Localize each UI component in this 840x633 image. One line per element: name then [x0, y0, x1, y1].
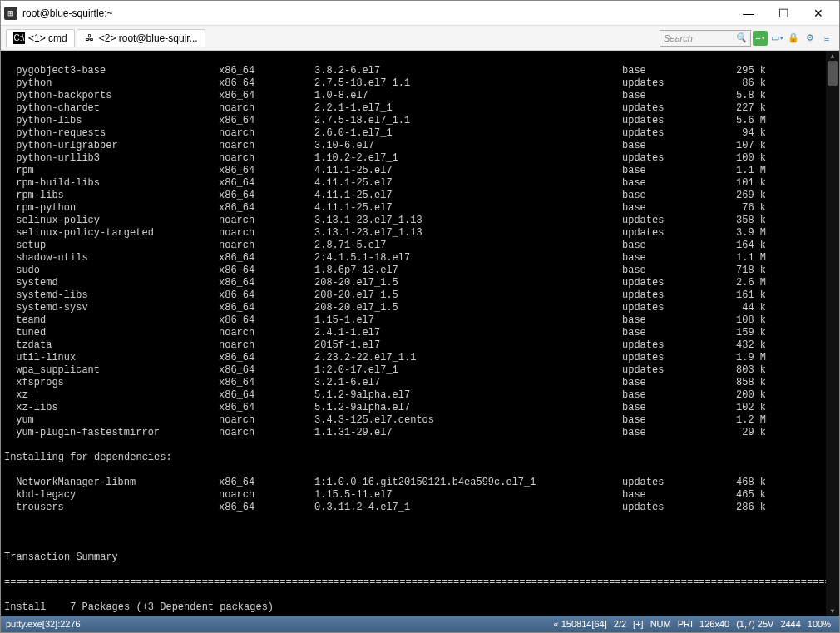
- pkg-size: 718 k: [726, 265, 769, 277]
- pkg-arch: noarch: [219, 140, 314, 152]
- pkg-repo: base: [622, 90, 726, 102]
- pkg-repo: base: [622, 402, 726, 414]
- pkg-version: 1:1.0.0-16.git20150121.b4ea599c.el7_1: [314, 477, 622, 489]
- tab-cmd[interactable]: C:\ <1> cmd: [6, 29, 75, 47]
- pkg-repo: updates: [622, 77, 726, 90]
- pkg-name: util-linux: [4, 352, 219, 364]
- pkg-version: 2.2.1-1.el7_1: [314, 102, 622, 115]
- pkg-version: 3.13.1-23.el7_1.13: [314, 215, 622, 227]
- pkg-size: 227 k: [726, 102, 769, 115]
- pkg-name: setup: [4, 240, 219, 252]
- pkg-repo: updates: [622, 152, 726, 165]
- tab-ssh[interactable]: 🖧 <2> root@blue-squir...: [77, 29, 205, 47]
- pkg-repo: updates: [622, 477, 726, 489]
- titlebar: ⊞ root@blue-squirtle:~ — ☐ ✕: [1, 1, 839, 26]
- package-row: tzdatanoarch2015f-1.el7updates432 k: [4, 339, 839, 352]
- pkg-name: tuned: [4, 327, 219, 339]
- pkg-version: 2.7.5-18.el7_1.1: [314, 77, 622, 90]
- status-item: (1,7) 25V: [733, 619, 777, 629]
- package-row: tunednoarch2.4.1-1.el7base159 k: [4, 327, 839, 339]
- pkg-version: 4.11.1-25.el7: [314, 165, 622, 177]
- scroll-down-icon[interactable]: ▼: [826, 606, 839, 616]
- pkg-arch: noarch: [219, 327, 314, 339]
- scroll-thumb[interactable]: [828, 61, 838, 86]
- pkg-name: yum-plugin-fastestmirror: [4, 427, 219, 439]
- pkg-name: sudo: [4, 265, 219, 277]
- pkg-arch: x86_64: [219, 314, 314, 327]
- pkg-version: 0.3.11.2-4.el7_1: [314, 502, 622, 514]
- package-row: systemdx86_64208-20.el7_1.5updates2.6 M: [4, 277, 839, 289]
- pkg-name: python-chardet: [4, 102, 219, 115]
- pkg-size: 432 k: [726, 339, 769, 352]
- pkg-repo: base: [622, 140, 726, 152]
- pkg-repo: base: [622, 327, 726, 339]
- pkg-size: 803 k: [726, 364, 769, 377]
- pkg-repo: base: [622, 65, 726, 77]
- pkg-name: python-urlgrabber: [4, 140, 219, 152]
- close-button[interactable]: ✕: [801, 2, 836, 25]
- pkg-size: 286 k: [726, 502, 769, 514]
- pkg-version: 1.10.2-2.el7_1: [314, 152, 622, 165]
- pkg-repo: updates: [622, 127, 726, 140]
- new-tab-button[interactable]: +▾: [753, 31, 768, 46]
- pkg-name: tzdata: [4, 339, 219, 352]
- package-row: trousersx86_640.3.11.2-4.el7_1updates286…: [4, 502, 839, 514]
- pkg-name: pygobject3-base: [4, 65, 219, 77]
- package-row: shadow-utilsx86_642:4.1.5.1-18.el7base1.…: [4, 252, 839, 265]
- pkg-name: rpm-libs: [4, 190, 219, 202]
- package-row: selinux-policynoarch3.13.1-23.el7_1.13up…: [4, 215, 839, 227]
- deps-header: Installing for dependencies:: [4, 452, 839, 464]
- terminal-scrollbar[interactable]: ▲ ▼: [826, 51, 839, 616]
- pkg-arch: x86_64: [219, 477, 314, 489]
- package-row: python-libsx86_642.7.5-18.el7_1.1updates…: [4, 115, 839, 127]
- pkg-arch: noarch: [219, 215, 314, 227]
- pkg-size: 1.1 M: [726, 165, 769, 177]
- pkg-version: 4.11.1-25.el7: [314, 202, 622, 215]
- pkg-arch: x86_64: [219, 165, 314, 177]
- pkg-size: 358 k: [726, 215, 769, 227]
- package-row: NetworkManager-libnmx86_641:1.0.0-16.git…: [4, 477, 839, 489]
- maximize-button[interactable]: ☐: [766, 2, 801, 25]
- pkg-size: 1.2 M: [726, 414, 769, 427]
- install-line: Install 7 Packages (+3 Dependent package…: [4, 601, 839, 614]
- package-row: selinux-policy-targetednoarch3.13.1-23.e…: [4, 227, 839, 240]
- pkg-version: 4.11.1-25.el7: [314, 190, 622, 202]
- pkg-size: 858 k: [726, 377, 769, 389]
- tabbar: C:\ <1> cmd 🖧 <2> root@blue-squir... Sea…: [1, 26, 839, 51]
- search-input[interactable]: Search 🔍: [660, 30, 751, 47]
- package-row: xz-libsx86_645.1.2-9alpha.el7base102 k: [4, 402, 839, 414]
- pkg-version: 2.6.0-1.el7_1: [314, 127, 622, 140]
- tab-label: <2> root@blue-squir...: [99, 32, 198, 44]
- pkg-name: rpm-build-libs: [4, 177, 219, 190]
- package-row: python-requestsnoarch2.6.0-1.el7_1update…: [4, 127, 839, 140]
- menu-button[interactable]: ≡: [819, 31, 834, 46]
- pkg-repo: updates: [622, 352, 726, 364]
- pkg-version: 1:2.0-17.el7_1: [314, 364, 622, 377]
- settings-button[interactable]: ⚙: [803, 31, 818, 46]
- terminal[interactable]: pygobject3-basex86_643.8.2-6.el7base295 …: [1, 51, 839, 616]
- statusbar: putty.exe[32]:2276 « 150814[64]2/2[+]NUM…: [1, 616, 839, 632]
- minimize-button[interactable]: —: [731, 2, 766, 25]
- pkg-version: 3.2.1-6.el7: [314, 377, 622, 389]
- package-row: rpm-pythonx86_644.11.1-25.el7base76 k: [4, 202, 839, 215]
- pkg-name: python-urllib3: [4, 152, 219, 165]
- pkg-repo: base: [622, 389, 726, 402]
- pkg-repo: updates: [622, 102, 726, 115]
- pkg-size: 465 k: [726, 489, 769, 502]
- window-buttons: — ☐ ✕: [731, 2, 836, 25]
- package-row: python-urllib3noarch1.10.2-2.el7_1update…: [4, 152, 839, 165]
- lock-button[interactable]: 🔒: [786, 31, 801, 46]
- pkg-repo: base: [622, 427, 726, 439]
- package-row: python-chardetnoarch2.2.1-1.el7_1updates…: [4, 102, 839, 115]
- summary-title: Transaction Summary: [4, 551, 839, 564]
- pkg-size: 161 k: [726, 289, 769, 302]
- scroll-up-icon[interactable]: ▲: [826, 51, 839, 61]
- window-menu-button[interactable]: ▭▾: [769, 31, 784, 46]
- pkg-size: 107 k: [726, 140, 769, 152]
- pkg-version: 2.4.1-1.el7: [314, 327, 622, 339]
- status-item: 2/2: [610, 619, 630, 629]
- pkg-arch: noarch: [219, 489, 314, 502]
- pkg-size: 159 k: [726, 327, 769, 339]
- pkg-size: 468 k: [726, 477, 769, 489]
- status-process: putty.exe[32]:2276: [6, 619, 542, 629]
